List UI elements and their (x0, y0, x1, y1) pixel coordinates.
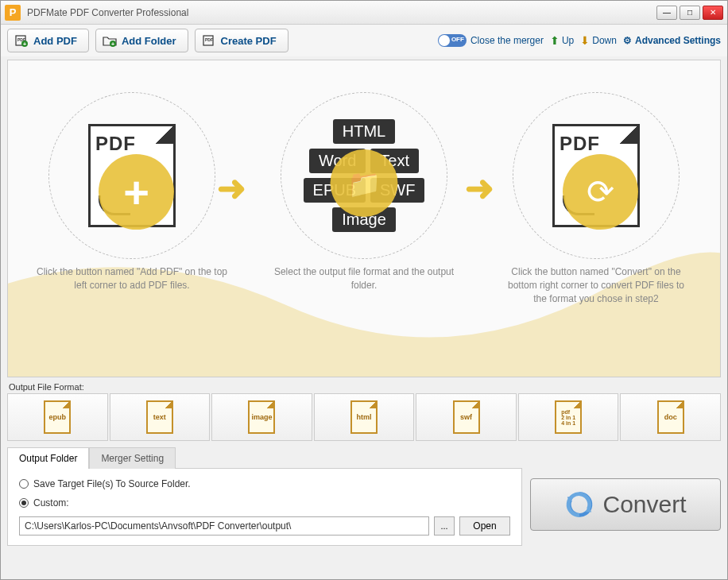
step-1-caption: Click the button named "Add PDF" on the … (37, 265, 227, 292)
folder-circle-icon: 📁 (331, 149, 398, 217)
browse-button[interactable]: ... (434, 516, 455, 536)
radio-icon (19, 479, 29, 489)
output-folder-panel: Save Target File(s) To Source Folder. Cu… (7, 468, 522, 546)
app-title: PDFMate PDF Converter Professional (27, 7, 656, 18)
output-path-input[interactable] (19, 516, 429, 536)
format-option-doc[interactable]: doc (620, 393, 721, 441)
custom-label: Custom: (33, 497, 69, 508)
svg-text:+: + (23, 41, 26, 47)
format-html: HTML (333, 119, 395, 144)
add-pdf-button[interactable]: PDF+ Add PDF (7, 29, 89, 52)
format-option-image[interactable]: image (211, 393, 312, 441)
step-1: PDF + Click the button named "Add PDF" o… (25, 92, 239, 292)
add-pdf-label: Add PDF (33, 35, 77, 47)
step-2: HTML Word Text EPUB SWF Image 📁 Select t… (257, 92, 471, 292)
down-label: Down (592, 35, 617, 46)
instruction-canvas: PDF + Click the button named "Add PDF" o… (7, 60, 721, 377)
pdf-convert-icon: PDF ⟳ (552, 124, 640, 227)
save-source-label: Save Target File(s) To Source Folder. (33, 478, 191, 489)
plus-circle-icon: + (99, 154, 174, 230)
arrow-up-icon: ⬆ (550, 34, 560, 47)
up-label: Up (562, 35, 574, 46)
step-3: PDF ⟳ Click the button named "Convert" o… (489, 92, 703, 305)
folder-plus-icon: + (103, 34, 117, 47)
minimize-button[interactable]: — (656, 6, 677, 20)
arrow-right-icon: ➜ (465, 168, 494, 208)
format-option-text[interactable]: text (110, 393, 211, 441)
svg-text:PDF: PDF (205, 37, 213, 42)
radio-custom[interactable]: Custom: (19, 497, 510, 508)
step-2-caption: Select the output file format and the ou… (269, 265, 459, 292)
add-folder-button[interactable]: + Add Folder (95, 29, 188, 52)
create-pdf-button[interactable]: PDF Create PDF (195, 29, 288, 52)
advanced-label: Advanced Settings (635, 35, 721, 46)
titlebar: P PDFMate PDF Converter Professional — □… (1, 1, 727, 25)
output-format-label: Output File Format: (9, 382, 727, 392)
close-button[interactable]: ✕ (703, 6, 723, 20)
gear-icon: ⚙ (623, 35, 632, 46)
format-option-pdf[interactable]: pdf 2 in 1 4 in 1 (518, 393, 619, 441)
close-merger-label: Close the merger (470, 35, 544, 46)
create-pdf-label: Create PDF (221, 35, 277, 47)
pdf-plus-icon: PDF+ (14, 34, 29, 47)
advanced-settings-button[interactable]: ⚙ Advanced Settings (623, 35, 721, 46)
arrow-right-icon: ➜ (217, 168, 246, 208)
convert-label: Convert (602, 491, 686, 518)
pdf-create-icon: PDF (202, 34, 216, 47)
move-up-button[interactable]: ⬆ Up (550, 34, 574, 47)
convert-spin-icon (564, 489, 594, 520)
radio-icon (19, 498, 29, 508)
format-option-epub[interactable]: epub (7, 393, 108, 441)
arrow-down-icon: ⬇ (580, 34, 590, 47)
close-merger-toggle[interactable]: OFF Close the merger (438, 34, 544, 47)
toolbar: PDF+ Add PDF + Add Folder PDF Create PDF… (1, 25, 727, 56)
move-down-button[interactable]: ⬇ Down (580, 34, 617, 47)
convert-button[interactable]: Convert (530, 478, 721, 531)
svg-text:+: + (111, 41, 114, 47)
radio-save-to-source[interactable]: Save Target File(s) To Source Folder. (19, 478, 510, 489)
maximize-button[interactable]: □ (680, 6, 700, 20)
add-folder-label: Add Folder (122, 35, 176, 47)
app-logo-icon: P (5, 5, 21, 21)
format-selector: epub text image html swf pdf 2 in 1 4 in… (7, 393, 721, 441)
toggle-switch-icon: OFF (438, 34, 467, 47)
tab-merger-setting[interactable]: Merger Setting (89, 447, 176, 469)
refresh-circle-icon: ⟳ (563, 154, 638, 230)
tab-output-folder[interactable]: Output Folder (7, 447, 89, 469)
format-option-swf[interactable]: swf (416, 393, 517, 441)
step-3-caption: Click the button named "Convert" on the … (501, 265, 691, 305)
open-folder-button[interactable]: Open (459, 516, 510, 536)
pdf-file-icon: PDF + (88, 124, 176, 227)
format-option-html[interactable]: html (314, 393, 415, 441)
